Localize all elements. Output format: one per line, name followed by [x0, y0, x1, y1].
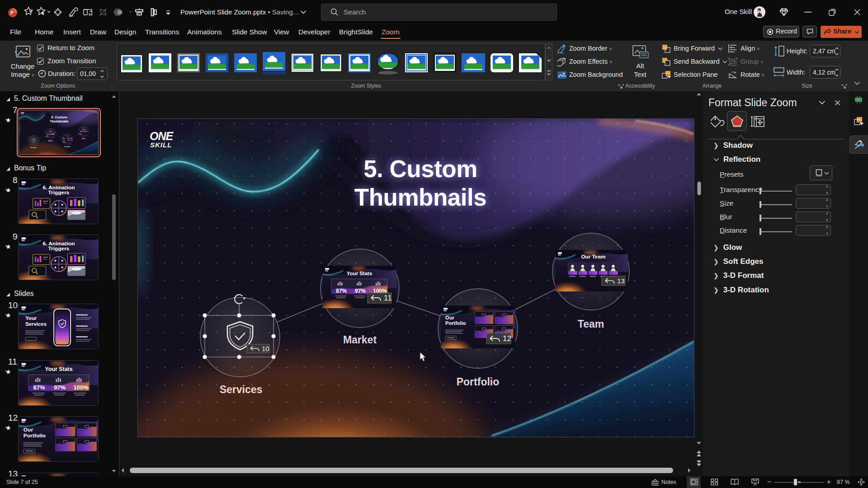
svg-text:11: 11 [384, 294, 392, 302]
svg-text:10: 10 [262, 345, 269, 352]
svg-text:12: 12 [503, 334, 511, 343]
svg-text:P: P [10, 10, 14, 15]
svg-text:13: 13 [617, 277, 625, 285]
